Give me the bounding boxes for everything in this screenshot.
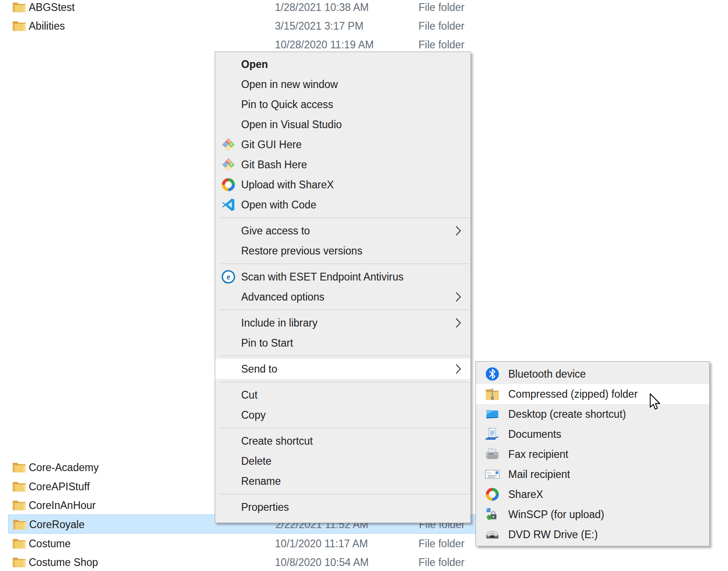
- file-row-costume[interactable]: Costume 10/1/2020 11:17 AM File folder: [0, 534, 529, 553]
- submenu-item-label: Compressed (zipped) folder: [508, 388, 638, 400]
- submenu-item-label: Bluetooth device: [508, 368, 586, 380]
- folder-icon: [12, 556, 26, 568]
- menu-item-include-in-library[interactable]: Include in library: [215, 313, 470, 333]
- icon-slot: [476, 427, 508, 441]
- menu-separator: [220, 218, 469, 218]
- menu-item-label: Delete: [241, 455, 271, 467]
- menu-separator: [220, 428, 469, 428]
- menu-item-label: Pin to Quick access: [241, 99, 333, 111]
- icon-slot: [476, 387, 508, 401]
- menu-item-upload-with-sharex[interactable]: Upload with ShareX: [215, 175, 470, 195]
- menu-item-label: Rename: [241, 475, 281, 488]
- folder-icon: [13, 518, 26, 530]
- zip-folder-icon: [485, 387, 500, 401]
- menu-item-git-gui-here[interactable]: Git GUI Here: [215, 135, 470, 155]
- file-name: Abilities: [29, 16, 65, 36]
- menu-item-pin-to-quick-access[interactable]: Pin to Quick access: [215, 94, 470, 114]
- menu-item-label: Advanced options: [241, 291, 325, 303]
- menu-item-send-to[interactable]: Send to: [215, 359, 470, 379]
- menu-item-delete[interactable]: Delete: [215, 451, 470, 471]
- menu-item-create-shortcut[interactable]: Create shortcut: [215, 431, 470, 451]
- menu-item-label: Pin to Start: [241, 337, 293, 349]
- menu-item-open-in-visual-studio[interactable]: Open in Visual Studio: [215, 114, 470, 135]
- submenu-item-label: WinSCP (for upload): [508, 509, 604, 521]
- icon-slot: [476, 447, 508, 462]
- menu-item-properties[interactable]: Properties: [215, 497, 470, 517]
- icon-slot: [215, 137, 241, 152]
- icon-slot: [215, 177, 241, 192]
- menu-item-label: Scan with ESET Endpoint Antivirus: [241, 271, 403, 283]
- file-type: File folder: [418, 553, 465, 571]
- vscode-icon: [221, 197, 236, 212]
- menu-item-cut[interactable]: Cut: [215, 385, 470, 405]
- icon-slot: [215, 157, 241, 172]
- file-type: File folder: [418, 534, 465, 553]
- file-name: Core-Academy: [29, 458, 98, 477]
- git-icon: [221, 137, 236, 152]
- desktop-icon: [485, 407, 500, 421]
- submenu-item-mail-recipient[interactable]: Mail recipient: [476, 464, 709, 484]
- folder-icon: [12, 537, 26, 549]
- bluetooth-icon: [485, 367, 500, 381]
- menu-separator: [220, 310, 469, 310]
- submenu-item-sharex[interactable]: ShareX: [476, 484, 709, 504]
- file-type: File folder: [418, 16, 465, 36]
- eset-icon: [221, 270, 236, 284]
- menu-item-label: Open with Code: [241, 199, 316, 211]
- submenu-item-winscp-for-upload[interactable]: WinSCP (for upload): [476, 504, 709, 524]
- submenu-item-desktop-create-shortcut[interactable]: Desktop (create shortcut): [476, 404, 709, 424]
- file-name: CoreInAnHour: [29, 496, 96, 515]
- icon-slot: [476, 527, 508, 542]
- submenu-item-bluetooth-device[interactable]: Bluetooth device: [476, 364, 709, 384]
- file-explorer-window: ABGStest 1/28/2021 10:38 AM File folder …: [0, 0, 728, 571]
- dvd-drive-icon: [485, 527, 500, 542]
- chevron-right-icon: [455, 226, 461, 236]
- submenu-item-fax-recipient[interactable]: Fax recipient: [476, 444, 709, 464]
- icon-slot: [215, 270, 241, 284]
- menu-item-label: Upload with ShareX: [241, 179, 334, 191]
- file-row-abgstest[interactable]: ABGStest 1/28/2021 10:38 AM File folder: [0, 0, 529, 17]
- menu-item-pin-to-start[interactable]: Pin to Start: [215, 333, 470, 353]
- folder-icon: [12, 499, 26, 511]
- menu-separator: [220, 356, 469, 356]
- menu-separator: [220, 382, 469, 382]
- chevron-right-icon: [455, 318, 461, 328]
- icon-slot: [476, 407, 508, 421]
- menu-item-label: Open: [241, 58, 268, 71]
- submenu-item-label: Mail recipient: [508, 468, 570, 481]
- submenu-item-label: Documents: [508, 428, 561, 441]
- file-date-modified: 1/28/2021 10:38 AM: [275, 0, 369, 17]
- submenu-item-label: Desktop (create shortcut): [508, 408, 626, 420]
- menu-item-label: Send to: [241, 363, 277, 375]
- menu-item-open-in-new-window[interactable]: Open in new window: [215, 74, 470, 94]
- menu-item-rename[interactable]: Rename: [215, 471, 470, 491]
- chevron-right-icon: [455, 364, 461, 374]
- menu-item-label: Copy: [241, 409, 266, 421]
- menu-item-give-access-to[interactable]: Give access to: [215, 221, 470, 241]
- menu-item-label: Cut: [241, 389, 258, 401]
- file-name: Costume Shop: [29, 553, 98, 571]
- menu-item-scan-with-eset[interactable]: Scan with ESET Endpoint Antivirus: [215, 267, 470, 287]
- menu-item-copy[interactable]: Copy: [215, 405, 470, 425]
- menu-item-git-bash-here[interactable]: Git Bash Here: [215, 155, 470, 175]
- winscp-icon: [485, 507, 500, 522]
- mouse-cursor-icon: [649, 393, 662, 411]
- folder-icon: [12, 480, 26, 492]
- menu-item-open[interactable]: Open: [215, 54, 470, 74]
- file-date-modified: 10/1/2020 11:17 AM: [275, 534, 368, 553]
- menu-item-restore-previous-versions[interactable]: Restore previous versions: [215, 241, 470, 261]
- submenu-item-dvd-rw-drive[interactable]: DVD RW Drive (E:): [476, 524, 709, 545]
- folder-icon: [12, 1, 26, 13]
- submenu-item-compressed-zipped-folder[interactable]: Compressed (zipped) folder: [476, 384, 709, 404]
- submenu-item-documents[interactable]: Documents: [476, 424, 709, 444]
- menu-separator: [220, 494, 469, 494]
- menu-item-open-with-code[interactable]: Open with Code: [215, 195, 470, 215]
- menu-item-label: Open in Visual Studio: [241, 119, 342, 131]
- menu-item-label: Git GUI Here: [241, 139, 302, 151]
- menu-item-label: Properties: [241, 501, 289, 514]
- file-name: CoreAPIStuff: [29, 477, 90, 496]
- folder-icon: [12, 20, 26, 31]
- file-row-abilities[interactable]: Abilities 3/15/2021 3:17 PM File folder: [0, 16, 529, 36]
- menu-item-advanced-options[interactable]: Advanced options: [215, 287, 470, 307]
- file-row-costume-shop[interactable]: Costume Shop 10/8/2020 10:54 AM File fol…: [0, 553, 529, 571]
